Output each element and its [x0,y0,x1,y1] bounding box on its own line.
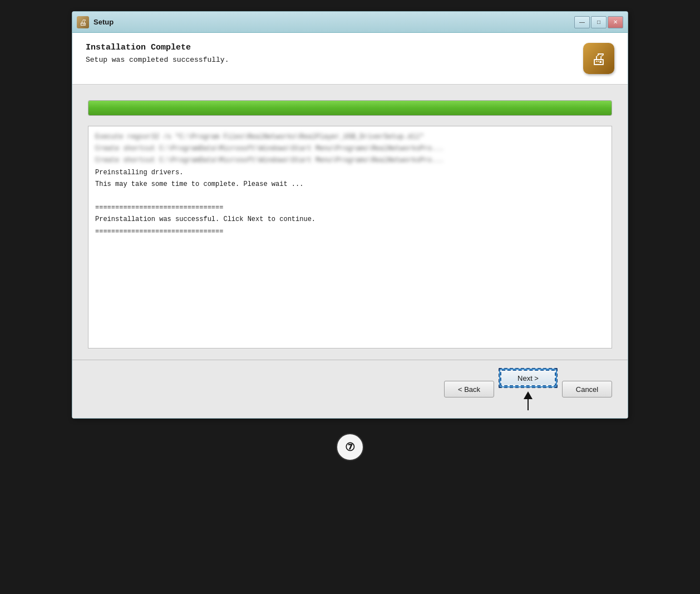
cancel-button[interactable]: Cancel [562,381,612,397]
log-blurred-line-1: Execute regsvr32 /s "C:\Program Files\Re… [95,132,605,143]
maximize-button[interactable]: □ [591,16,607,28]
next-button-wrapper: Next > [499,368,558,410]
footer: < Back Next > Cancel [72,360,628,418]
log-separator-2: ================================ [95,227,605,237]
header-text: Installation Complete Setup was complete… [86,43,229,64]
app-icon: 🖨 [77,16,89,28]
minimize-button[interactable]: — [574,16,590,28]
progress-bar-container [88,100,612,116]
installation-heading: Installation Complete [86,43,229,52]
close-button[interactable]: ✕ [608,16,623,28]
app-icon-symbol: 🖨 [79,18,87,27]
window-controls: — □ ✕ [574,16,623,28]
log-separator-1: ================================ [95,203,605,213]
window-title: Setup [93,18,574,26]
back-button[interactable]: < Back [444,381,494,397]
header-section: Installation Complete Setup was complete… [72,33,628,85]
step-badge: ⑦ [336,433,364,461]
log-blurred-line-3: Create shortcut C:\ProgramData\Microsoft… [95,155,605,166]
log-line-blank [95,191,605,202]
main-content: Execute regsvr32 /s "C:\Program Files\Re… [72,85,628,360]
arrow-head-icon [524,391,533,399]
header-icon: 🖨 [583,43,614,74]
next-button-dashed-border: Next > [499,368,558,388]
log-wrapper: Execute regsvr32 /s "C:\Program Files\Re… [88,126,612,348]
arrow-line [528,399,529,410]
log-success-msg: Preinstallation was successful. Click Ne… [95,214,605,225]
setup-window: 🖨 Setup — □ ✕ Installation Complete Setu… [72,11,628,419]
log-blurred-line-2: Create shortcut C:\ProgramData\Microsoft… [95,144,605,154]
title-bar: 🖨 Setup — □ ✕ [72,12,628,33]
log-area[interactable]: Execute regsvr32 /s "C:\Program Files\Re… [88,126,612,348]
arrow-pointer [524,391,533,410]
header-icon-symbol: 🖨 [591,50,607,68]
log-line-1: Preinstalling drivers. [95,168,605,178]
installation-subtext: Setup was completed successfully. [86,56,229,64]
progress-bar-fill [88,101,612,115]
log-line-2: This may take some time to complete. Ple… [95,179,605,190]
next-button[interactable]: Next > [500,370,556,386]
